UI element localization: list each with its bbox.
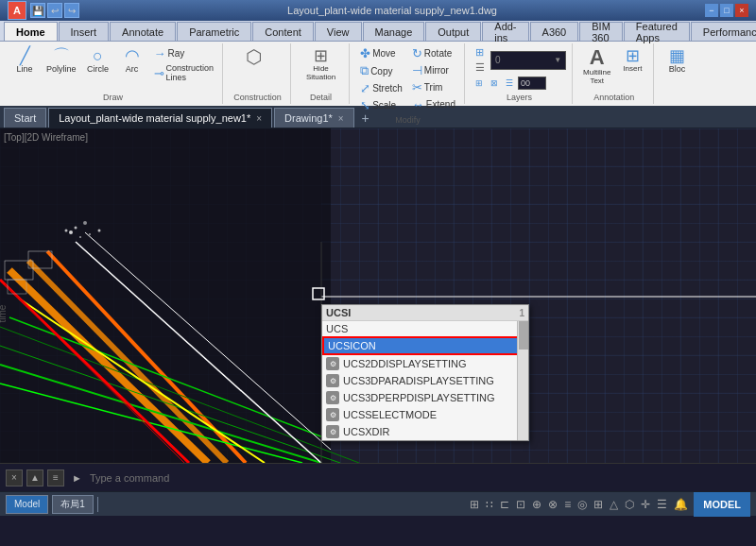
cmd-menu-button[interactable]: ≡	[47, 469, 64, 486]
draw-circle-button[interactable]: ○ Circle	[83, 45, 113, 76]
lineweight-button[interactable]: ≡	[562, 498, 573, 511]
layer-properties-button[interactable]: ⊞	[472, 45, 488, 60]
svg-point-38	[69, 230, 73, 234]
badge1: 1	[519, 308, 524, 318]
draw-arc-button[interactable]: ◠ Arc	[117, 45, 147, 76]
3dosnap-button[interactable]: △	[608, 498, 620, 511]
draw-line-button[interactable]: ╱ Line	[9, 45, 40, 76]
ortho-button[interactable]: ⊏	[498, 498, 511, 511]
tab-a360[interactable]: A360	[530, 22, 579, 41]
autocomplete-item-ucs3dp[interactable]: ⚙ UCS3DPARADISPLAYSETTING	[322, 372, 528, 389]
quick-access-save[interactable]: 💾	[30, 3, 45, 18]
ribbon: Home Insert Annotate Parametric Content …	[0, 21, 756, 106]
hide-situation-button[interactable]: ⊞ HideSituation	[303, 45, 338, 83]
command-input[interactable]	[90, 472, 750, 484]
scale-button[interactable]: ⤡ Scale	[357, 97, 405, 113]
layer-off-button[interactable]: ☰	[472, 60, 488, 75]
annotation-monitor[interactable]: 🔔	[672, 498, 690, 511]
draw-construction-button[interactable]: ⊸ ConstructionLines	[151, 62, 217, 83]
scrollbar-thumb	[519, 321, 528, 350]
tab-layout-plant[interactable]: Layout_plant-wide material supply_new1* …	[48, 108, 272, 128]
tab-performance[interactable]: Performance	[691, 22, 756, 41]
autocomplete-item-ucs2d[interactable]: ⚙ UCS2DDISPLAYSETTING	[322, 355, 528, 372]
status-tools: ⊞ ∷ ⊏ ⊡ ⊕ ⊗ ≡ ◎ ⊞ △ ⬡ ✛ ☰ 🔔	[468, 498, 690, 511]
quickprop-button[interactable]: ☰	[655, 498, 669, 511]
layout1-tab-button[interactable]: 布局1	[52, 495, 94, 514]
autocomplete-item-ucs[interactable]: UCS	[322, 321, 528, 336]
autocomplete-item-ucsicon[interactable]: UCSICON 2	[322, 336, 528, 355]
layer-tool1[interactable]: ⊞	[472, 77, 486, 90]
block-button[interactable]: ▦ Bloc	[662, 45, 692, 76]
tab-layout-close[interactable]: ×	[256, 113, 262, 124]
layer-tool2[interactable]: ⊠	[488, 77, 501, 90]
text-label: MultilineText	[583, 68, 610, 85]
insert-label: Insert	[623, 64, 642, 73]
close-button[interactable]: ×	[735, 4, 748, 17]
tab-output[interactable]: Output	[425, 22, 481, 41]
tab-home[interactable]: Home	[4, 22, 58, 41]
dynucs-button[interactable]: ⬡	[623, 498, 636, 511]
extend-button[interactable]: ↔ Extend	[409, 96, 458, 112]
autocomplete-scrollbar[interactable]	[517, 321, 528, 440]
model-indicator: MODEL	[694, 492, 750, 517]
draw-ray-button[interactable]: → Ray	[151, 45, 217, 61]
polyline-icon: ⌒	[53, 47, 70, 64]
line-icon: ╱	[20, 47, 30, 64]
layer-tool3[interactable]: ☰	[503, 77, 516, 90]
layer-dropdown[interactable]: 0 ▼	[490, 51, 566, 70]
tab-drawing1[interactable]: Drawing1* ×	[274, 108, 354, 128]
rotate-button[interactable]: ↻ Rotate	[409, 45, 458, 61]
circle-label: Circle	[87, 64, 109, 74]
polar-button[interactable]: ⊡	[514, 498, 527, 511]
construction-tools: ⬡	[243, 45, 273, 91]
layer-number-input[interactable]	[518, 77, 546, 90]
construction-tool-button[interactable]: ⬡	[243, 45, 273, 68]
mirror-button[interactable]: ⊣ Mirror	[409, 62, 458, 78]
stretch-button[interactable]: ⤢ Stretch	[357, 80, 405, 96]
tab-start[interactable]: Start	[4, 108, 46, 128]
tab-insert[interactable]: Insert	[59, 22, 110, 41]
otrack-button[interactable]: ⊗	[546, 498, 559, 511]
transparency-button[interactable]: ◎	[576, 498, 589, 511]
title-bar-left: A 💾 ↩ ↪	[8, 1, 79, 20]
tab-featured[interactable]: Featured Apps	[624, 22, 690, 41]
ucs3dperp-icon: ⚙	[326, 391, 339, 404]
multiline-text-button[interactable]: A MultilineText	[580, 45, 613, 87]
quick-access-undo[interactable]: ↩	[47, 3, 62, 18]
autocomplete-item-ucsxdir[interactable]: ⚙ UCSXDIR	[322, 423, 528, 440]
tab-content[interactable]: Content	[252, 22, 314, 41]
tab-parametric[interactable]: Parametric	[177, 22, 251, 41]
tab-manage[interactable]: Manage	[363, 22, 425, 41]
trim-button[interactable]: ✂ Trim	[409, 79, 458, 95]
tab-view[interactable]: View	[315, 22, 362, 41]
maximize-button[interactable]: □	[720, 4, 733, 17]
cmd-close-button[interactable]: ×	[6, 469, 23, 486]
select-cycling[interactable]: ⊞	[592, 498, 605, 511]
grid-button[interactable]: ∷	[484, 498, 495, 511]
autocomplete-item-ucs3dperp[interactable]: ⚙ UCS3DPERPDISPLAYSETTING	[322, 389, 528, 406]
tab-bim360[interactable]: BIM 360	[579, 22, 623, 41]
autocomplete-item-ucsselectmode[interactable]: ⚙ UCSSELECTMODE	[322, 406, 528, 423]
copy-button[interactable]: ⧉ Copy	[357, 62, 405, 79]
copy-label: Copy	[370, 66, 392, 77]
model-tab-button[interactable]: Model	[6, 495, 48, 514]
move-icon: ✤	[360, 46, 370, 60]
cmd-expand-button[interactable]: ▲	[26, 469, 43, 486]
dyn-input-button[interactable]: ✛	[639, 498, 652, 511]
quick-access-redo[interactable]: ↪	[64, 3, 79, 18]
osnap-button[interactable]: ⊕	[530, 498, 543, 511]
app-icon[interactable]: A	[8, 1, 26, 20]
ucsxdir-icon: ⚙	[326, 425, 339, 438]
tab-addins[interactable]: Add-ins	[482, 22, 528, 41]
mirror-label: Mirror	[424, 65, 449, 76]
minimize-button[interactable]: −	[705, 4, 718, 17]
annotation-tools: A MultilineText ⊞ Insert	[580, 45, 647, 91]
tab-drawing1-close[interactable]: ×	[338, 113, 344, 124]
ray-label: Ray	[168, 48, 185, 59]
tab-annotate[interactable]: Annotate	[110, 22, 176, 41]
layout1-tab-label: 布局1	[60, 498, 85, 511]
insert-button[interactable]: ⊞ Insert	[617, 45, 647, 75]
move-button[interactable]: ✤ Move	[357, 45, 405, 61]
draw-polyline-button[interactable]: ⌒ Polyline	[43, 45, 79, 76]
snap-button[interactable]: ⊞	[468, 498, 481, 511]
